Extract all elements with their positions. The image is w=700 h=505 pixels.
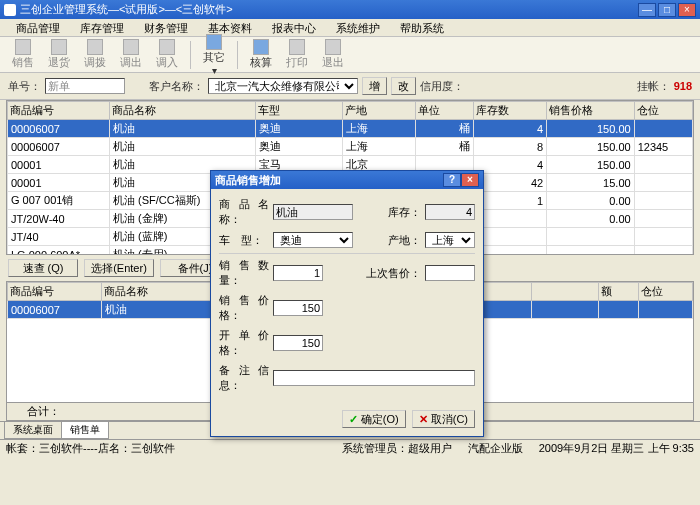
col-header[interactable]: 单位	[416, 102, 474, 120]
dialog-title: 商品销售增加	[215, 173, 443, 188]
status-version: 汽配企业版	[468, 441, 523, 456]
close-button[interactable]: ×	[678, 3, 696, 17]
col-header[interactable]: 仓位	[634, 102, 692, 120]
dlg-last-input[interactable]	[425, 265, 475, 281]
tb-calc[interactable]: 核算	[244, 38, 278, 71]
dlg-type-select[interactable]: 奥迪	[273, 232, 353, 248]
tab-desktop[interactable]: 系统桌面	[4, 422, 62, 439]
menu-item[interactable]: 系统维护	[326, 19, 390, 36]
credit-label: 信用度：	[420, 79, 464, 94]
col-header[interactable]: 商品编号	[8, 102, 110, 120]
dlg-name-input	[273, 204, 353, 220]
dialog-titlebar: 商品销售增加 ? ×	[211, 171, 483, 189]
col-header[interactable]: 商品名称	[110, 102, 256, 120]
dlg-note-input[interactable]	[273, 370, 475, 386]
dlg-qty-input[interactable]	[273, 265, 323, 281]
tb-transfer[interactable]: 调拨	[78, 38, 112, 71]
calc-icon	[253, 39, 269, 55]
title-bar: 三创企业管理系统—<试用版>—<三创软件> — □ ×	[0, 0, 700, 19]
exit-icon	[325, 39, 341, 55]
tb-sale[interactable]: 销售	[6, 38, 40, 71]
col-header[interactable]: 商品编号	[8, 283, 102, 301]
menu-item[interactable]: 商品管理	[6, 19, 70, 36]
tb-exit[interactable]: 退出	[316, 38, 350, 71]
col-header[interactable]	[531, 283, 598, 301]
quick-search-button[interactable]: 速查 (Q)	[8, 259, 78, 277]
menu-item[interactable]: 报表中心	[262, 19, 326, 36]
gua-value: 918	[674, 80, 692, 92]
tb-out[interactable]: 调出	[114, 38, 148, 71]
customer-select[interactable]: 北京一汽大众维修有限公司	[208, 78, 358, 94]
form-row: 单号： 客户名称： 北京一汽大众维修有限公司 增 改 信用度： 挂帐： 918	[0, 73, 700, 100]
gua-label: 挂帐：	[637, 79, 670, 94]
add-button[interactable]: 增	[362, 77, 387, 95]
maximize-button[interactable]: □	[658, 3, 676, 17]
sale-icon	[15, 39, 31, 55]
status-bar: 帐套：三创软件----店名：三创软件 系统管理员：超级用户 汽配企业版 2009…	[0, 439, 700, 457]
col-header[interactable]: 销售价格	[547, 102, 634, 120]
tb-other[interactable]: 其它 ▾	[197, 33, 231, 77]
window-title: 三创企业管理系统—<试用版>—<三创软件>	[20, 2, 638, 17]
dlg-price-input[interactable]	[273, 300, 323, 316]
x-icon: ✕	[419, 413, 428, 426]
order-input[interactable]	[45, 78, 125, 94]
dialog-ok-button[interactable]: ✓确定(O)	[342, 410, 406, 428]
status-date: 2009年9月2日 星期三 上午 9:35	[539, 441, 694, 456]
tab-sales[interactable]: 销售单	[61, 422, 109, 439]
status-admin: 系统管理员：超级用户	[342, 441, 452, 456]
other-icon	[206, 34, 222, 50]
tb-in[interactable]: 调入	[150, 38, 184, 71]
return-icon	[51, 39, 67, 55]
tb-print[interactable]: 打印	[280, 38, 314, 71]
customer-label: 客户名称：	[149, 79, 204, 94]
print-icon	[289, 39, 305, 55]
menu-item[interactable]: 帮助系统	[390, 19, 454, 36]
col-header[interactable]: 库存数	[474, 102, 547, 120]
dlg-unit-input[interactable]	[273, 335, 323, 351]
dlg-place-select[interactable]: 上海	[425, 232, 475, 248]
transfer-icon	[87, 39, 103, 55]
in-icon	[159, 39, 175, 55]
status-account: 帐套：三创软件----店名：三创软件	[6, 441, 175, 456]
order-label: 单号：	[8, 79, 41, 94]
app-icon	[4, 4, 16, 16]
add-sale-dialog: 商品销售增加 ? × 商品名称： 库存： 车 型： 奥迪 产地： 上海 销售数量…	[210, 170, 484, 437]
modify-button[interactable]: 改	[391, 77, 416, 95]
minimize-button[interactable]: —	[638, 3, 656, 17]
col-header[interactable]: 车型	[255, 102, 342, 120]
check-icon: ✓	[349, 413, 358, 426]
dialog-close-button[interactable]: ×	[461, 173, 479, 187]
dialog-help-button[interactable]: ?	[443, 173, 461, 187]
col-header[interactable]: 仓位	[639, 283, 693, 301]
dialog-cancel-button[interactable]: ✕取消(C)	[412, 410, 475, 428]
col-header[interactable]: 产地	[343, 102, 416, 120]
menu-item[interactable]: 财务管理	[134, 19, 198, 36]
menu-item[interactable]: 库存管理	[70, 19, 134, 36]
menu-bar: 商品管理 库存管理 财务管理 基本资料 报表中心 系统维护 帮助系统	[0, 19, 700, 37]
tb-return[interactable]: 退货	[42, 38, 76, 71]
out-icon	[123, 39, 139, 55]
col-header[interactable]: 额	[598, 283, 638, 301]
table-row[interactable]: 00006007机油奥迪上海桶4150.00	[8, 120, 693, 138]
dlg-stock-input	[425, 204, 475, 220]
select-button[interactable]: 选择(Enter)	[84, 259, 154, 277]
table-row[interactable]: 00006007机油奥迪上海桶8150.0012345	[8, 138, 693, 156]
toolbar: 销售 退货 调拨 调出 调入 其它 ▾ 核算 打印 退出	[0, 37, 700, 73]
